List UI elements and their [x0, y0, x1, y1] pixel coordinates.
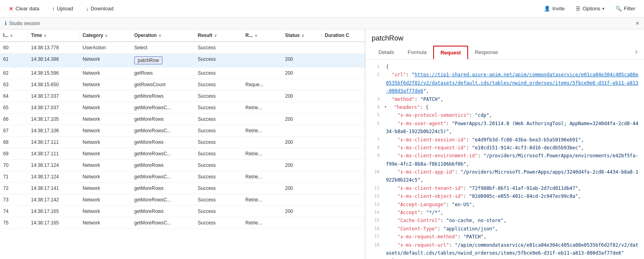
table-cell-r [242, 206, 282, 217]
col-header-operation[interactable]: Operation ∨ [131, 29, 195, 41]
table-cell-result: Success [195, 171, 242, 182]
line-number: 3 [368, 95, 380, 103]
table-header: I... ∨ Time ∨ Category ∨ Operation ∨ Res… [0, 29, 365, 42]
line-content: "x-ms-protocol-semantics": "cdp", [386, 111, 641, 119]
table-cell-operation: getMoreRows [131, 160, 195, 171]
table-cell-duration [322, 91, 365, 102]
table-row[interactable]: 6914:38:17.111NetworkgetMoreRowsC...Succ… [0, 148, 365, 160]
col-operation-label: Operation [134, 33, 157, 38]
json-line: 12 "x-ms-client-object-id": "02d0905c-e0… [365, 192, 644, 200]
table-cell-status: 200 [282, 206, 322, 217]
table-cell-r [242, 160, 282, 171]
table-cell-operation: getMoreRowsC... [131, 148, 195, 159]
table-cell-id: 71 [0, 171, 28, 182]
table-cell-r: Retrie... [242, 194, 282, 205]
table-cell-r: Retrie... [242, 171, 282, 182]
table-cell-duration [322, 137, 365, 148]
upload-button[interactable]: ↑ Upload [50, 4, 75, 14]
table-row[interactable]: 6214:38:15.596NetworkgetRowsSuccess200 [0, 68, 365, 79]
json-content[interactable]: 1 {2 "url": "https://tip1-shared.azure-a… [365, 60, 644, 259]
table-cell-id: 62 [0, 68, 28, 79]
line-number: 16 [368, 225, 380, 233]
table-row[interactable]: 6814:38:17.111NetworkgetMoreRowsSuccess2… [0, 137, 365, 148]
table-row[interactable]: 7114:38:17.124NetworkgetMoreRowsC...Succ… [0, 171, 365, 183]
table-cell-operation: Select [131, 42, 195, 53]
col-result-label: Result [198, 33, 212, 38]
table-row[interactable]: 6614:38:17.105NetworkgetMoreRowsSuccess2… [0, 114, 365, 125]
table-row[interactable]: 7514:38:17.165NetworkgetMoreRowsC...Succ… [0, 217, 365, 229]
table-cell-result: Success [195, 114, 242, 125]
line-content: "x-ms-user-agent": "PowerApps/3.20114.0 … [386, 120, 641, 136]
col-header-result[interactable]: Result ∨ [195, 29, 242, 41]
table-cell-id: 64 [0, 91, 28, 102]
session-close-button[interactable]: × [636, 20, 639, 27]
col-header-category[interactable]: Category ∨ [79, 29, 131, 41]
url-link[interactable]: https://tip1-shared.azure-apim.net/apim/… [386, 72, 638, 94]
col-header-id[interactable]: I... ∨ [0, 29, 28, 41]
table-row[interactable]: 6014:38:13.778UserActionSelectSuccess [0, 42, 365, 54]
table-cell-duration [322, 102, 365, 113]
table-cell-id: 72 [0, 183, 28, 194]
toolbar-right: 👤 Invite ☰ Options ▾ 🔍 Filter [542, 4, 638, 13]
table-row[interactable]: 7414:38:17.165NetworkgetMoreRowsSuccess2… [0, 206, 365, 217]
col-header-duration: Duration C [322, 29, 365, 41]
line-content: "x-ms-client-object-id": "02d0905c-e055-… [386, 192, 641, 200]
table-cell-r [242, 42, 282, 53]
session-bar: ℹ Studio session × [0, 17, 644, 29]
invite-button[interactable]: 👤 Invite [542, 4, 567, 13]
table-panel: I... ∨ Time ∨ Category ∨ Operation ∨ Res… [0, 29, 365, 259]
table-cell-time: 14:38:17.142 [28, 194, 79, 205]
table-row[interactable]: 6714:38:17.106NetworkgetMoreRowsC...Succ… [0, 125, 365, 137]
tab-response[interactable]: Response [468, 46, 505, 60]
json-line: 1 { [365, 63, 644, 71]
clear-data-button[interactable]: ✕ Clear data [6, 4, 42, 14]
options-button[interactable]: ☰ Options ▾ [573, 4, 607, 13]
col-header-time[interactable]: Time ∨ [28, 29, 79, 41]
expand-panel-icon[interactable]: › [635, 47, 638, 56]
table-cell-r [242, 54, 282, 67]
table-cell-status [282, 125, 322, 136]
detail-header: patchRow DetailsFormulaRequestResponse › [365, 29, 644, 60]
table-row[interactable]: 7214:38:17.141NetworkgetMoreRowsSuccess2… [0, 183, 365, 194]
table-cell-operation: getMoreRowsC... [131, 171, 195, 182]
table-cell-result: Success [195, 91, 242, 102]
table-row[interactable]: 6114:38:14.386NetworkpatchRowSuccess200 [0, 54, 365, 68]
col-header-status[interactable]: Status ∨ [282, 29, 322, 41]
table-cell-duration [322, 206, 365, 217]
json-line: 15 "Cache-Control": "no-cache, no-store"… [365, 216, 644, 224]
table-cell-duration [322, 54, 365, 67]
json-line: 5 "x-ms-protocol-semantics": "cdp", [365, 111, 644, 119]
line-content: "Accept": "*/*", [386, 209, 641, 216]
table-cell-status: 200 [282, 68, 322, 79]
line-number: 6 [368, 120, 380, 128]
detail-tabs: DetailsFormulaRequestResponse [372, 46, 505, 59]
table-row[interactable]: 6514:38:17.037NetworkgetMoreRowsC...Succ… [0, 102, 365, 114]
line-content: "x-ms-client-tenant-id": "72f988bf-86f1-… [386, 184, 641, 192]
session-label: Studio session [9, 21, 40, 26]
table-row[interactable]: 6314:38:15.650NetworkgetRowsCountSuccess… [0, 79, 365, 91]
table-cell-result: Success [195, 183, 242, 194]
table-row[interactable]: 7314:38:17.142NetworkgetMoreRowsC...Succ… [0, 194, 365, 206]
options-chevron-icon: ▾ [602, 6, 604, 11]
table-cell-category: Network [79, 183, 131, 194]
table-cell-id: 67 [0, 125, 28, 136]
tab-details[interactable]: Details [372, 46, 401, 60]
table-row[interactable]: 7014:38:17.124NetworkgetMoreRowsSuccess2… [0, 160, 365, 171]
col-category-label: Category [83, 33, 103, 38]
table-row[interactable]: 6414:38:17.037NetworkgetMoreRowsSuccess2… [0, 91, 365, 102]
table-cell-category: Network [79, 102, 131, 113]
col-header-r[interactable]: R... ∨ [242, 29, 282, 41]
download-button[interactable]: ↓ Download [83, 4, 116, 14]
table-cell-time: 14:38:15.650 [28, 79, 79, 90]
table-body[interactable]: 6014:38:13.778UserActionSelectSuccess611… [0, 42, 365, 259]
filter-button[interactable]: 🔍 Filter [613, 4, 638, 13]
table-cell-status [282, 217, 322, 228]
expand-btn[interactable]: ▾ [384, 103, 387, 110]
line-number: 10 [368, 168, 380, 176]
table-cell-status [282, 148, 322, 159]
table-cell-time: 14:38:17.105 [28, 114, 79, 125]
tab-request[interactable]: Request [433, 46, 468, 60]
table-cell-status [282, 42, 322, 53]
tab-formula[interactable]: Formula [401, 46, 434, 60]
download-icon: ↓ [86, 6, 89, 12]
